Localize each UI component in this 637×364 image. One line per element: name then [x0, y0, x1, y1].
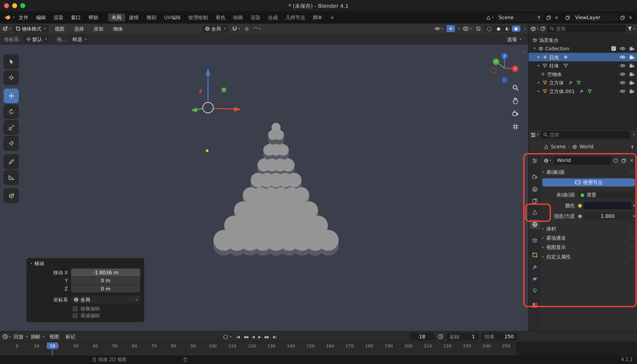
- tree-object[interactable]: [212, 118, 340, 256]
- menu-object[interactable]: 物体: [110, 25, 126, 33]
- disclosure-arrow[interactable]: ▾: [532, 47, 536, 50]
- viewport-display-section-header[interactable]: ▸视图显示∷∷: [542, 245, 635, 250]
- camera-view-button[interactable]: [511, 110, 520, 118]
- render-visibility-icon[interactable]: [629, 80, 634, 85]
- menu-select[interactable]: 选择: [70, 25, 88, 33]
- disclosure-arrow[interactable]: ▸: [537, 64, 541, 68]
- world-unlink-button[interactable]: ×: [628, 157, 635, 164]
- menu-window[interactable]: 窗口: [68, 14, 84, 22]
- outliner-item-sun[interactable]: ▸ 日光: [528, 53, 637, 61]
- auto-keying-dropdown[interactable]: ▾: [230, 335, 232, 338]
- workspace-tab-texture-paint[interactable]: 纹理绘制: [185, 14, 212, 22]
- tool-select-box[interactable]: [4, 54, 18, 69]
- add-workspace-button[interactable]: +: [326, 14, 338, 22]
- jump-to-start-button[interactable]: |◀: [235, 334, 241, 340]
- strength-field[interactable]: 1.000: [584, 212, 631, 220]
- overlays-toggle[interactable]: ▾: [462, 25, 473, 32]
- preview-range-button[interactable]: [438, 334, 443, 339]
- gizmo-toggle[interactable]: [446, 25, 455, 32]
- coord-dropdown[interactable]: 默认▾: [24, 36, 50, 43]
- custom-properties-section-header[interactable]: ▸自定义属性∷∷: [542, 254, 635, 259]
- frame-start-field[interactable]: 起始1: [446, 332, 478, 340]
- move-gizmo[interactable]: [175, 61, 248, 118]
- volume-section-header[interactable]: ▸体积∷∷: [542, 226, 635, 231]
- properties-search[interactable]: [540, 131, 630, 138]
- move-x-field[interactable]: -1.8036 m: [71, 268, 140, 276]
- tab-object[interactable]: [529, 250, 540, 260]
- blender-logo-icon[interactable]: [3, 14, 11, 20]
- falloff-edit-checkbox[interactable]: [73, 313, 78, 318]
- orientation-dropdown[interactable]: 全局▾: [202, 25, 228, 33]
- pin-icon[interactable]: [536, 15, 541, 20]
- tool-move[interactable]: [4, 88, 18, 103]
- pan-button[interactable]: [511, 97, 520, 105]
- zoom-button[interactable]: [511, 84, 520, 92]
- tab-collection[interactable]: [529, 235, 540, 245]
- menu-view[interactable]: 视图: [51, 25, 68, 33]
- eye-icon[interactable]: [620, 72, 626, 77]
- world-browse-button[interactable]: ▾: [542, 156, 553, 164]
- workspace-tab-modeling[interactable]: 建模: [125, 14, 142, 22]
- properties-editor-type-button[interactable]: ▾: [530, 132, 539, 137]
- close-window-button[interactable]: [4, 3, 9, 8]
- scene-browse-button[interactable]: ▾: [485, 14, 495, 20]
- render-visibility-icon[interactable]: [629, 72, 634, 77]
- frame-end-field[interactable]: 结束250: [481, 332, 517, 340]
- axis-navigation-gizmo[interactable]: Z Y X: [488, 51, 522, 85]
- shading-material-button[interactable]: ◐: [503, 26, 512, 32]
- viewlayer-remove-button[interactable]: ×: [627, 14, 634, 21]
- workspace-tab-geometry-nodes[interactable]: 几何节点: [282, 14, 308, 22]
- timeline-editor-type-button[interactable]: ▾: [2, 334, 10, 339]
- gizmo-dropdown[interactable]: ▾: [458, 27, 460, 30]
- menu-help[interactable]: 帮助: [85, 14, 102, 22]
- next-keyframe-button[interactable]: ▶▶: [263, 334, 271, 340]
- snap-toggle[interactable]: ▾: [231, 25, 241, 32]
- eye-icon[interactable]: [620, 46, 626, 51]
- outliner-item-cylinder[interactable]: ▸ 柱体: [528, 61, 637, 70]
- workspace-tab-rendering[interactable]: 渲染: [247, 14, 264, 22]
- menu-timeline-view[interactable]: 视图: [48, 332, 61, 341]
- world-copy-button[interactable]: [620, 157, 627, 164]
- animate-dot[interactable]: [634, 205, 635, 206]
- pin-icon[interactable]: [630, 145, 634, 150]
- world-name-field[interactable]: World: [554, 156, 611, 164]
- shading-dropdown[interactable]: ▾: [524, 27, 526, 30]
- viewlayer-name-field[interactable]: ViewLayer: [572, 14, 618, 22]
- jump-to-end-button[interactable]: ▶|: [272, 334, 278, 340]
- tool-3d-cursor[interactable]: [4, 70, 18, 85]
- tab-modifiers[interactable]: [529, 262, 540, 272]
- shading-rendered-button[interactable]: ◉: [512, 26, 520, 32]
- zoom-window-button[interactable]: [20, 3, 25, 8]
- move-z-field[interactable]: 0 m: [71, 285, 140, 292]
- scene-copy-button[interactable]: [545, 14, 552, 20]
- tab-view-layer[interactable]: [529, 196, 540, 206]
- tool-add-cube[interactable]: [4, 188, 18, 203]
- workspace-tab-compositing[interactable]: 合成: [264, 14, 282, 22]
- move-y-field[interactable]: 0 m: [71, 276, 140, 284]
- workspace-tab-animation[interactable]: 动画: [230, 14, 246, 22]
- properties-options-dropdown[interactable]: ▾: [634, 133, 635, 136]
- menu-render[interactable]: 渲染: [50, 14, 67, 22]
- outliner-collection[interactable]: ▾ Collection ✓: [528, 44, 637, 53]
- surface-shader-field[interactable]: 背景: [578, 191, 635, 199]
- region-collapse-arrow[interactable]: ‹: [523, 50, 525, 55]
- minimize-window-button[interactable]: [12, 3, 17, 8]
- tab-tool[interactable]: [529, 156, 540, 165]
- disclosure-arrow[interactable]: ▸: [537, 89, 541, 93]
- outliner-item-empty[interactable]: 空物体: [528, 70, 637, 78]
- auto-keying-button[interactable]: [224, 334, 228, 339]
- tool-rotate[interactable]: [4, 104, 18, 119]
- options-dropdown[interactable]: 选项▾: [504, 36, 524, 43]
- world-color-swatch[interactable]: [584, 202, 631, 209]
- play-reverse-button[interactable]: ◀: [250, 334, 256, 340]
- playback-dropdown[interactable]: 回放▾: [14, 334, 28, 339]
- outliner-scene-collection[interactable]: 场景集合: [528, 36, 637, 44]
- render-visibility-icon[interactable]: [629, 54, 634, 60]
- animate-dot[interactable]: [634, 215, 635, 217]
- tab-output[interactable]: [529, 184, 540, 194]
- current-frame-field[interactable]: 18: [410, 332, 435, 340]
- proportional-falloff-dropdown[interactable]: ◠▾: [252, 26, 262, 32]
- breadcrumb-world[interactable]: World: [580, 144, 594, 149]
- blender-menu-chevron[interactable]: ▾: [13, 16, 14, 19]
- timeline-ruler[interactable]: 0102030405060708090100110120130140150160…: [0, 342, 637, 356]
